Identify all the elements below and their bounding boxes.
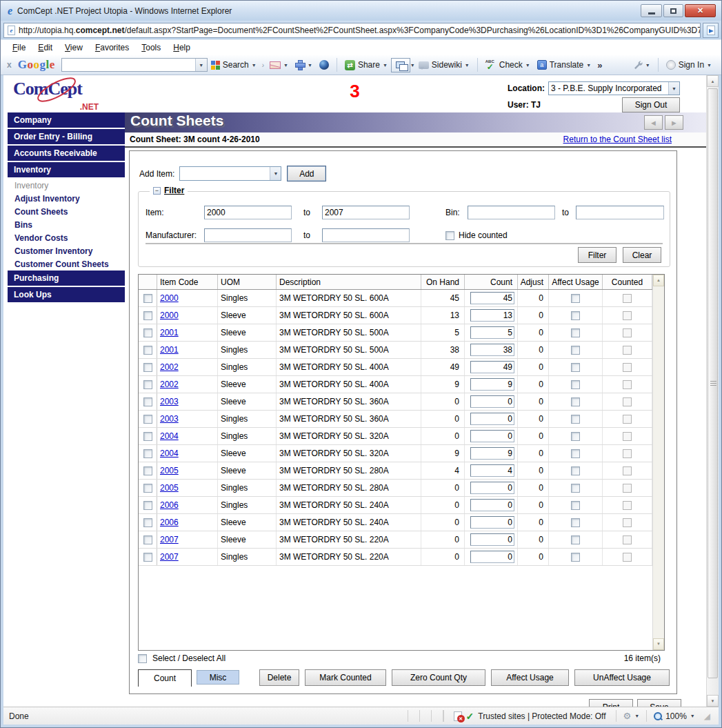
toolbar-spellcheck-button[interactable]: ABC✓ Check ▼: [482, 59, 534, 72]
table-scrollbar[interactable]: ▲ ▼: [652, 275, 664, 650]
tab-misc[interactable]: Misc: [197, 670, 239, 685]
count-input[interactable]: [470, 344, 514, 356]
item-from-input[interactable]: [204, 206, 292, 219]
counted-checkbox[interactable]: [623, 466, 632, 475]
counted-checkbox[interactable]: [623, 518, 632, 527]
toolbar-share-button[interactable]: ⇄ Share ▼: [341, 59, 391, 72]
row-select-checkbox[interactable]: [143, 311, 152, 320]
menu-tools[interactable]: Tools: [135, 41, 167, 54]
toolbar-settings-button[interactable]: ▼: [630, 59, 654, 71]
row-select-checkbox[interactable]: [143, 518, 152, 527]
item-code-link[interactable]: 2002: [160, 380, 179, 389]
hide-counted-checkbox[interactable]: [445, 231, 454, 240]
row-select-checkbox[interactable]: [143, 380, 152, 389]
bin-to-input[interactable]: [576, 206, 664, 219]
delete-button[interactable]: Delete: [259, 669, 299, 686]
compatibility-view-button[interactable]: [703, 23, 719, 38]
affect-usage-checkbox[interactable]: [571, 501, 580, 510]
row-select-checkbox[interactable]: [143, 363, 152, 372]
filter-legend-label[interactable]: Filter: [164, 186, 184, 195]
toolbar-news-button[interactable]: ▼: [266, 60, 292, 70]
count-input[interactable]: [470, 464, 514, 477]
row-select-checkbox[interactable]: [143, 346, 152, 355]
affect-usage-checkbox[interactable]: [571, 363, 580, 372]
counted-checkbox[interactable]: [623, 311, 632, 320]
item-code-link[interactable]: 2005: [160, 483, 179, 493]
tab-count[interactable]: Count: [138, 669, 192, 687]
item-code-link[interactable]: 2002: [160, 362, 179, 372]
count-input[interactable]: [470, 430, 514, 442]
counted-checkbox[interactable]: [623, 484, 632, 493]
collapse-icon[interactable]: −: [153, 187, 161, 195]
toolbar-search-input[interactable]: ▼: [61, 58, 208, 72]
count-input[interactable]: [470, 413, 514, 425]
scroll-down-icon[interactable]: ▼: [707, 695, 719, 707]
scroll-up-icon[interactable]: ▲: [707, 75, 719, 87]
affect-usage-checkbox[interactable]: [571, 553, 580, 562]
affect-usage-checkbox[interactable]: [571, 328, 580, 337]
page-settings-control[interactable]: ⚙ ▼: [616, 710, 647, 722]
filter-button[interactable]: Filter: [578, 247, 616, 263]
item-code-link[interactable]: 2005: [160, 466, 179, 475]
manufacturer-to-input[interactable]: [322, 228, 410, 242]
item-code-link[interactable]: 2007: [160, 552, 179, 562]
count-input[interactable]: [470, 447, 514, 460]
counted-checkbox[interactable]: [623, 346, 632, 355]
count-input[interactable]: [470, 361, 514, 373]
sidebar-item-inventory[interactable]: Inventory: [8, 162, 125, 177]
unaffect-usage-button[interactable]: UnAffect Usage: [574, 669, 670, 686]
manufacturer-from-input[interactable]: [204, 228, 292, 242]
row-select-checkbox[interactable]: [143, 397, 152, 406]
zoom-control[interactable]: 100% ▼ ◢: [646, 710, 719, 722]
item-code-link[interactable]: 2001: [160, 345, 179, 355]
add-item-select[interactable]: ▼: [179, 166, 281, 181]
menu-view[interactable]: View: [59, 41, 89, 54]
affect-usage-checkbox[interactable]: [571, 311, 580, 320]
count-input[interactable]: [470, 326, 514, 339]
item-code-link[interactable]: 2004: [160, 431, 179, 441]
select-all-checkbox[interactable]: [138, 654, 147, 663]
sidebar-item-adjust-inventory[interactable]: Adjust Inventory: [8, 192, 125, 205]
sidebar-item-purchasing[interactable]: Purchasing: [8, 270, 125, 286]
sidebar-item-bins[interactable]: Bins: [8, 218, 125, 231]
row-select-checkbox[interactable]: [143, 484, 152, 493]
next-sheet-button[interactable]: ►: [665, 115, 683, 130]
affect-usage-checkbox[interactable]: [571, 449, 580, 458]
clear-button[interactable]: Clear: [623, 247, 661, 263]
item-code-link[interactable]: 2000: [160, 311, 179, 320]
affect-usage-checkbox[interactable]: [571, 484, 580, 493]
count-input[interactable]: [470, 516, 514, 529]
row-select-checkbox[interactable]: [143, 432, 152, 441]
sidebar-item-company[interactable]: Company: [8, 112, 125, 128]
toolbar-close-icon[interactable]: x: [7, 60, 12, 70]
item-code-link[interactable]: 2004: [160, 449, 179, 458]
location-select[interactable]: 3 - P.B.E. Supply Incorporated ▼: [548, 81, 680, 95]
menu-favorites[interactable]: Favorites: [89, 41, 135, 54]
item-code-link[interactable]: 2003: [160, 397, 179, 406]
item-code-link[interactable]: 2006: [160, 500, 179, 510]
menu-file[interactable]: File: [6, 41, 32, 54]
counted-checkbox[interactable]: [623, 397, 632, 406]
return-to-list-link[interactable]: Return to the Count Sheet list: [563, 135, 672, 144]
toolbar-earth-button[interactable]: [316, 59, 332, 71]
sidebar-item-accounts-receivable[interactable]: Accounts Receivable: [8, 146, 125, 161]
sidebar-item-count-sheets[interactable]: Count Sheets: [8, 205, 125, 218]
address-input[interactable]: e http://utopia.hq.comcept.net/default.a…: [3, 23, 701, 38]
scroll-up-icon[interactable]: ▲: [653, 275, 664, 286]
item-code-link[interactable]: 2001: [160, 328, 179, 337]
print-button[interactable]: Print: [589, 699, 633, 707]
security-zone[interactable]: ✓ Trusted sites | Protected Mode: Off: [443, 710, 616, 722]
toolbar-capture-button[interactable]: [391, 58, 410, 72]
affect-usage-checkbox[interactable]: [571, 535, 580, 544]
toolbar-overflow-button[interactable]: »: [597, 60, 602, 70]
counted-checkbox[interactable]: [623, 501, 632, 510]
counted-checkbox[interactable]: [623, 363, 632, 372]
affect-usage-checkbox[interactable]: [571, 432, 580, 441]
browser-scrollbar[interactable]: ▲ ▼: [706, 75, 719, 707]
capture-dropdown-icon[interactable]: ▼: [410, 63, 415, 68]
row-select-checkbox[interactable]: [143, 415, 152, 424]
row-select-checkbox[interactable]: [143, 449, 152, 458]
row-select-checkbox[interactable]: [143, 466, 152, 475]
toolbar-search-button[interactable]: Search ▼: [208, 59, 260, 71]
item-code-link[interactable]: 2006: [160, 518, 179, 527]
